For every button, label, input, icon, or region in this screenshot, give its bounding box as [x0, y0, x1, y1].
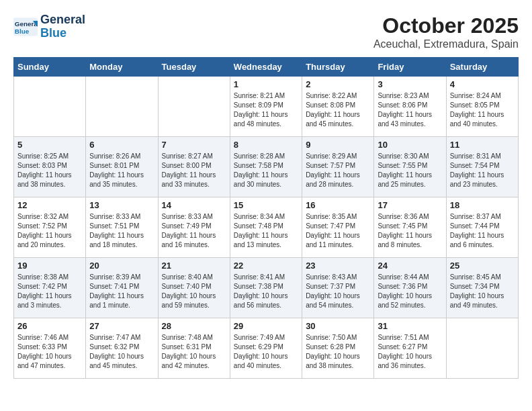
day-info: Sunrise: 8:24 AM Sunset: 8:05 PM Dayligh… [450, 91, 515, 129]
day-info: Sunrise: 8:40 AM Sunset: 7:40 PM Dayligh… [162, 273, 226, 310]
day-number: 28 [162, 321, 226, 331]
week-row-4: 19Sunrise: 8:38 AM Sunset: 7:42 PM Dayli… [14, 258, 519, 318]
day-info: Sunrise: 8:33 AM Sunset: 7:49 PM Dayligh… [162, 212, 226, 250]
day-cell [14, 77, 86, 137]
day-cell: 6Sunrise: 8:26 AM Sunset: 8:01 PM Daylig… [86, 137, 158, 197]
header-thursday: Thursday [302, 58, 374, 77]
day-cell: 16Sunrise: 8:35 AM Sunset: 7:47 PM Dayli… [302, 197, 374, 258]
day-number: 20 [89, 261, 154, 271]
header-monday: Monday [86, 58, 158, 77]
day-cell: 11Sunrise: 8:31 AM Sunset: 7:54 PM Dayli… [446, 137, 518, 197]
day-cell: 4Sunrise: 8:24 AM Sunset: 8:05 PM Daylig… [446, 77, 518, 137]
day-cell: 25Sunrise: 8:45 AM Sunset: 7:34 PM Dayli… [446, 258, 518, 318]
logo-text-line2: Blue [40, 27, 85, 40]
day-cell [446, 318, 518, 379]
day-info: Sunrise: 8:30 AM Sunset: 7:55 PM Dayligh… [378, 152, 442, 189]
header-saturday: Saturday [446, 58, 518, 77]
day-number: 27 [89, 321, 154, 331]
day-info: Sunrise: 8:22 AM Sunset: 8:08 PM Dayligh… [306, 91, 370, 129]
day-info: Sunrise: 8:25 AM Sunset: 8:03 PM Dayligh… [17, 152, 82, 189]
day-cell: 24Sunrise: 8:44 AM Sunset: 7:36 PM Dayli… [374, 258, 446, 318]
day-number: 21 [162, 261, 226, 271]
day-cell: 30Sunrise: 7:50 AM Sunset: 6:28 PM Dayli… [302, 318, 374, 379]
day-info: Sunrise: 8:35 AM Sunset: 7:47 PM Dayligh… [306, 212, 370, 250]
day-number: 5 [17, 140, 82, 150]
day-cell: 7Sunrise: 8:27 AM Sunset: 8:00 PM Daylig… [158, 137, 230, 197]
day-cell: 17Sunrise: 8:36 AM Sunset: 7:45 PM Dayli… [374, 197, 446, 258]
day-cell: 9Sunrise: 8:29 AM Sunset: 7:57 PM Daylig… [302, 137, 374, 197]
logo-icon: General Blue [13, 17, 38, 36]
header-friday: Friday [374, 58, 446, 77]
day-number: 29 [234, 321, 298, 331]
week-row-5: 26Sunrise: 7:46 AM Sunset: 6:33 PM Dayli… [14, 318, 519, 379]
day-cell: 19Sunrise: 8:38 AM Sunset: 7:42 PM Dayli… [14, 258, 86, 318]
day-info: Sunrise: 7:46 AM Sunset: 6:33 PM Dayligh… [17, 333, 82, 371]
header-sunday: Sunday [14, 58, 86, 77]
day-info: Sunrise: 8:34 AM Sunset: 7:48 PM Dayligh… [234, 212, 298, 250]
day-cell: 13Sunrise: 8:33 AM Sunset: 7:51 PM Dayli… [86, 197, 158, 258]
day-cell: 27Sunrise: 7:47 AM Sunset: 6:32 PM Dayli… [86, 318, 158, 379]
day-cell: 2Sunrise: 8:22 AM Sunset: 8:08 PM Daylig… [302, 77, 374, 137]
day-info: Sunrise: 8:39 AM Sunset: 7:41 PM Dayligh… [89, 273, 154, 310]
title-section: October 2025 Aceuchal, Extremadura, Spai… [373, 13, 519, 50]
day-number: 24 [378, 261, 442, 271]
day-cell: 22Sunrise: 8:41 AM Sunset: 7:38 PM Dayli… [230, 258, 302, 318]
day-cell: 15Sunrise: 8:34 AM Sunset: 7:48 PM Dayli… [230, 197, 302, 258]
week-row-3: 12Sunrise: 8:32 AM Sunset: 7:52 PM Dayli… [14, 197, 519, 258]
day-number: 1 [234, 79, 298, 89]
day-number: 26 [17, 321, 82, 331]
day-cell: 26Sunrise: 7:46 AM Sunset: 6:33 PM Dayli… [14, 318, 86, 379]
day-info: Sunrise: 8:29 AM Sunset: 7:57 PM Dayligh… [306, 152, 370, 189]
week-row-1: 1Sunrise: 8:21 AM Sunset: 8:09 PM Daylig… [14, 77, 519, 137]
day-number: 23 [306, 261, 370, 271]
day-cell: 14Sunrise: 8:33 AM Sunset: 7:49 PM Dayli… [158, 197, 230, 258]
day-info: Sunrise: 8:37 AM Sunset: 7:44 PM Dayligh… [450, 212, 515, 250]
day-cell [86, 77, 158, 137]
day-cell [158, 77, 230, 137]
day-info: Sunrise: 8:23 AM Sunset: 8:06 PM Dayligh… [378, 91, 442, 129]
day-number: 25 [450, 261, 515, 271]
day-number: 8 [234, 140, 298, 150]
day-info: Sunrise: 8:33 AM Sunset: 7:51 PM Dayligh… [89, 212, 154, 250]
day-cell: 20Sunrise: 8:39 AM Sunset: 7:41 PM Dayli… [86, 258, 158, 318]
logo-text-line1: General [40, 13, 85, 27]
day-info: Sunrise: 8:41 AM Sunset: 7:38 PM Dayligh… [234, 273, 298, 310]
day-number: 14 [162, 200, 226, 210]
day-cell: 12Sunrise: 8:32 AM Sunset: 7:52 PM Dayli… [14, 197, 86, 258]
logo: General Blue General Blue [13, 13, 85, 40]
svg-text:Blue: Blue [15, 28, 30, 35]
day-info: Sunrise: 8:43 AM Sunset: 7:37 PM Dayligh… [306, 273, 370, 310]
calendar-table: SundayMondayTuesdayWednesdayThursdayFrid… [13, 57, 519, 379]
day-info: Sunrise: 8:21 AM Sunset: 8:09 PM Dayligh… [234, 91, 298, 129]
day-info: Sunrise: 7:48 AM Sunset: 6:31 PM Dayligh… [162, 333, 226, 371]
day-info: Sunrise: 8:45 AM Sunset: 7:34 PM Dayligh… [450, 273, 515, 310]
day-cell: 23Sunrise: 8:43 AM Sunset: 7:37 PM Dayli… [302, 258, 374, 318]
day-number: 2 [306, 79, 370, 89]
day-number: 13 [89, 200, 154, 210]
day-info: Sunrise: 8:32 AM Sunset: 7:52 PM Dayligh… [17, 212, 82, 250]
day-number: 12 [17, 200, 82, 210]
day-number: 10 [378, 140, 442, 150]
day-number: 18 [450, 200, 515, 210]
calendar-title: October 2025 [373, 13, 519, 38]
day-info: Sunrise: 8:28 AM Sunset: 7:58 PM Dayligh… [234, 152, 298, 189]
day-number: 16 [306, 200, 370, 210]
day-cell: 21Sunrise: 8:40 AM Sunset: 7:40 PM Dayli… [158, 258, 230, 318]
day-number: 7 [162, 140, 226, 150]
calendar-subtitle: Aceuchal, Extremadura, Spain [373, 38, 519, 50]
day-info: Sunrise: 7:47 AM Sunset: 6:32 PM Dayligh… [89, 333, 154, 371]
day-info: Sunrise: 7:50 AM Sunset: 6:28 PM Dayligh… [306, 333, 370, 371]
page-header: General Blue General Blue October 2025 A… [13, 13, 519, 50]
day-info: Sunrise: 7:51 AM Sunset: 6:27 PM Dayligh… [378, 333, 442, 371]
day-number: 4 [450, 79, 515, 89]
header-wednesday: Wednesday [230, 58, 302, 77]
day-number: 22 [234, 261, 298, 271]
day-cell: 29Sunrise: 7:49 AM Sunset: 6:29 PM Dayli… [230, 318, 302, 379]
day-cell: 5Sunrise: 8:25 AM Sunset: 8:03 PM Daylig… [14, 137, 86, 197]
day-number: 6 [89, 140, 154, 150]
header-tuesday: Tuesday [158, 58, 230, 77]
day-cell: 18Sunrise: 8:37 AM Sunset: 7:44 PM Dayli… [446, 197, 518, 258]
header-row: SundayMondayTuesdayWednesdayThursdayFrid… [14, 58, 519, 77]
day-number: 30 [306, 321, 370, 331]
day-info: Sunrise: 7:49 AM Sunset: 6:29 PM Dayligh… [234, 333, 298, 371]
